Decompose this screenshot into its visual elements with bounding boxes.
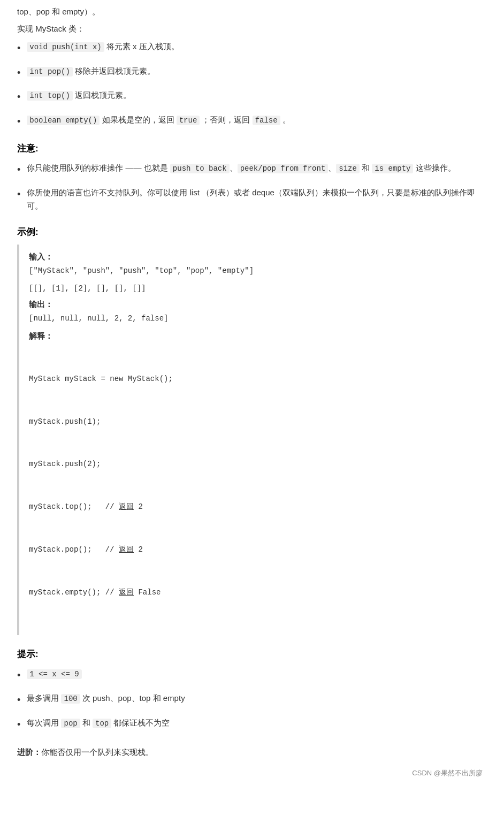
intro-top-text: top、pop 和 empty）。 [17,7,100,16]
footer-credit: CSDN @果然不出所廖 [17,768,487,778]
intro-top-line: top、pop 和 empty）。 [17,5,487,18]
hint-item-2: 最多调用 100 次 push、pop、top 和 empty [17,691,487,708]
explain-label: 解释： [29,331,477,341]
method-top-code: int top() [27,91,73,101]
method-push-code: void push(int x) [27,42,104,52]
advanced-label: 进阶： [17,748,41,757]
hint-item-3: 每次调用 pop 和 top 都保证栈不为空 [17,716,487,733]
explain-line-4: myStack.pop(); // 返回 2 [29,543,477,557]
explain-line-1: myStack.push(1); [29,415,477,429]
hint-100-code: 100 [61,694,80,704]
input-line2: [[], [1], [2], [], [], []] [29,282,477,295]
return-text-1: 返回 [119,502,134,511]
example-title: 示例: [17,226,487,238]
method-top: int top() 返回栈顶元素。 [17,88,487,105]
explain-code-block: MyStack myStack = new MyStack(); myStack… [29,344,477,628]
explain-line-0: MyStack myStack = new MyStack(); [29,372,477,386]
explain-line-5: myStack.empty(); // 返回 False [29,585,477,600]
note-item-1: 你只能使用队列的标准操作 —— 也就是 push to back、peek/po… [17,161,487,178]
page-content: top、pop 和 empty）。 实现 MyStack 类： void pus… [9,0,495,789]
input-line1: ["MyStack", "push", "push", "top", "pop"… [29,264,477,278]
note-item-2: 你所使用的语言也许不支持队列。你可以使用 list （列表）或者 deque（双… [17,186,487,213]
hints-list: 1 <= x <= 9 最多调用 100 次 push、pop、top 和 em… [17,667,487,733]
method-empty: boolean empty() 如果栈是空的，返回 true ；否则，返回 fa… [17,113,487,130]
note-title: 注意: [17,142,487,155]
hint-range-code: 1 <= x <= 9 [27,669,81,679]
output-label: 输出： [29,300,477,310]
method-empty-code: boolean empty() [27,116,100,125]
is-empty-code: is empty [372,164,413,173]
advanced-text: 你能否仅用一个队列来实现栈。 [41,748,154,757]
implement-label: 实现 MyStack 类： [17,22,487,35]
push-to-back-code: push to back [170,164,230,173]
example-box: 输入： ["MyStack", "push", "push", "top", "… [17,245,487,635]
false-code: false [253,116,280,125]
hint-top-code: top [93,719,111,728]
method-push: void push(int x) 将元素 x 压入栈顶。 [17,40,487,57]
hints-title: 提示: [17,648,487,660]
hint-pop-code: pop [61,719,80,728]
methods-list: void push(int x) 将元素 x 压入栈顶。 int pop() 移… [17,40,487,129]
method-pop-code: int pop() [27,67,73,77]
input-label: 输入： [29,252,477,262]
method-pop: int pop() 移除并返回栈顶元素。 [17,64,487,81]
size-code: size [336,164,360,173]
peek-pop-code: peek/pop from front [238,164,329,173]
advanced-section: 进阶：你能否仅用一个队列来实现栈。 [17,748,487,758]
explain-line-3: myStack.top(); // 返回 2 [29,500,477,514]
hint-item-1: 1 <= x <= 9 [17,667,487,684]
return-text-2: 返回 [119,545,134,554]
output-line: [null, null, null, 2, 2, false] [29,312,477,325]
return-text-3: 返回 [119,588,134,597]
note-list: 你只能使用队列的标准操作 —— 也就是 push to back、peek/po… [17,161,487,213]
explain-line-2: myStack.push(2); [29,457,477,471]
true-code: true [177,116,200,125]
